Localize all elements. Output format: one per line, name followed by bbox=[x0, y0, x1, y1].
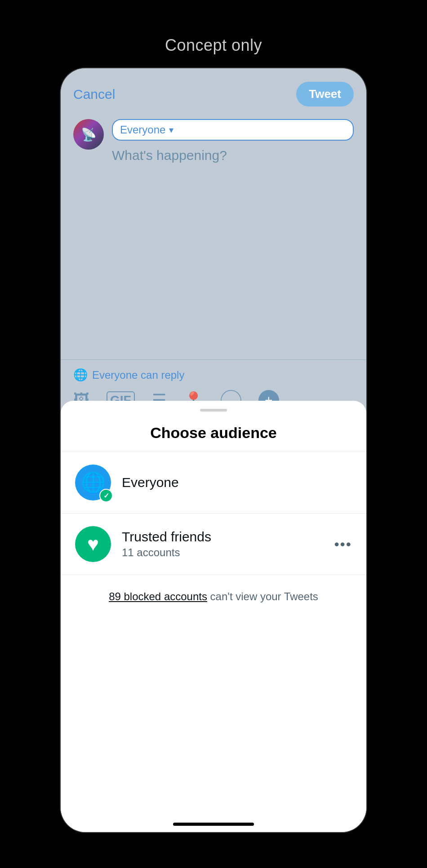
heart-icon: ♥ bbox=[87, 533, 99, 555]
selected-check-icon: ✓ bbox=[99, 489, 113, 502]
composer-top-bar: Cancel Tweet bbox=[73, 82, 354, 106]
cancel-button[interactable]: Cancel bbox=[73, 87, 115, 102]
trusted-friends-icon-wrap: ♥ bbox=[75, 526, 111, 562]
composer-body: 📡 Everyone ▾ What's happening? bbox=[73, 119, 354, 163]
tweet-input-placeholder[interactable]: What's happening? bbox=[112, 148, 354, 163]
avatar: 📡 bbox=[73, 119, 104, 150]
composer-right: Everyone ▾ What's happening? bbox=[112, 119, 354, 163]
audience-option-trusted-friends[interactable]: ♥ Trusted friends 11 accounts ••• bbox=[61, 514, 366, 575]
trusted-friends-sublabel: 11 accounts bbox=[122, 546, 323, 559]
everyone-label: Everyone bbox=[122, 475, 352, 490]
avatar-image: 📡 bbox=[81, 127, 97, 142]
audience-pill-button[interactable]: Everyone ▾ bbox=[112, 119, 354, 141]
more-options-icon[interactable]: ••• bbox=[334, 536, 352, 553]
audience-pill-label: Everyone bbox=[120, 124, 165, 136]
tweet-button[interactable]: Tweet bbox=[296, 82, 354, 106]
reply-setting-label: Everyone can reply bbox=[92, 369, 184, 381]
everyone-option-text: Everyone bbox=[122, 475, 352, 490]
home-indicator bbox=[173, 823, 254, 826]
trusted-friends-option-text: Trusted friends 11 accounts bbox=[122, 529, 323, 559]
blocked-accounts-link[interactable]: 89 blocked accounts bbox=[109, 590, 207, 602]
blocked-notice: 89 blocked accounts can't view your Twee… bbox=[61, 575, 366, 618]
everyone-icon-wrap: 🌐 ✓ bbox=[75, 465, 111, 500]
chevron-down-icon: ▾ bbox=[169, 124, 173, 135]
phone-frame: Cancel Tweet 📡 Everyone ▾ What's happeni… bbox=[61, 68, 366, 832]
trusted-friends-icon-bg: ♥ bbox=[75, 526, 111, 562]
audience-option-everyone[interactable]: 🌐 ✓ Everyone bbox=[61, 452, 366, 514]
composer-area: Cancel Tweet 📡 Everyone ▾ What's happeni… bbox=[61, 68, 366, 419]
concept-title: Concept only bbox=[165, 36, 262, 55]
choose-audience-sheet: Choose audience 🌐 ✓ Everyone ♥ Trusted f… bbox=[61, 401, 366, 832]
globe-icon: 🌐 bbox=[73, 368, 88, 382]
blocked-notice-suffix: can't view your Tweets bbox=[210, 590, 318, 602]
sheet-title: Choose audience bbox=[61, 412, 366, 452]
reply-setting[interactable]: 🌐 Everyone can reply bbox=[73, 368, 354, 382]
trusted-friends-label: Trusted friends bbox=[122, 529, 323, 545]
